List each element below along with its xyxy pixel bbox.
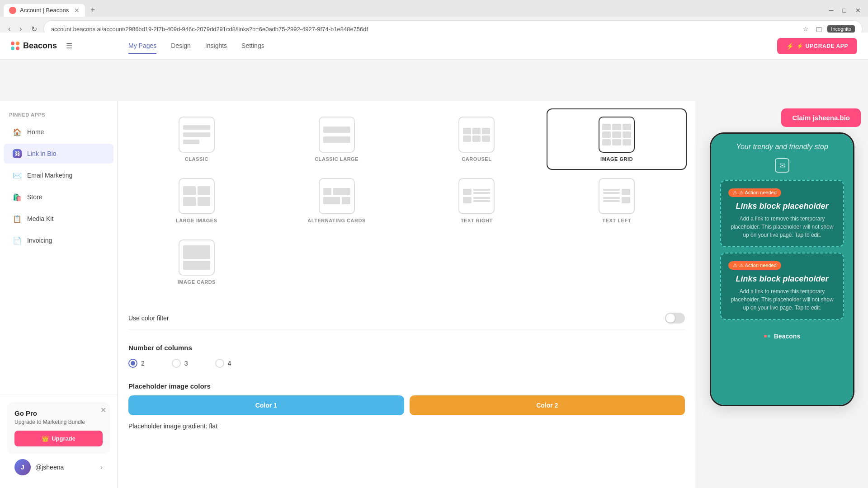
radio-4[interactable] — [215, 359, 224, 368]
warning-icon-2: ⚠ — [733, 263, 737, 268]
text-left-icon — [599, 178, 635, 214]
toggle-knob — [666, 314, 675, 323]
color-filter-label: Use color filter — [128, 314, 169, 322]
card1-title: Links block placeholder — [728, 202, 836, 211]
b1 — [463, 189, 472, 195]
alternating-cards-label: ALTERNATING CARDS — [307, 218, 366, 223]
b1 — [602, 124, 611, 130]
large-images-icon — [179, 178, 215, 214]
upgrade-label: ⚡ UPGRADE APP — [797, 43, 848, 49]
main-panel: CLASSIC CLASSIC LARGE — [118, 101, 696, 488]
columns-option-4[interactable]: 4 — [215, 359, 231, 368]
sidebar-item-link-in-bio[interactable]: ⛓ Link in Bio — [4, 144, 113, 164]
layout-option-image-grid[interactable]: IMAGE GRID — [547, 108, 687, 170]
b1 — [183, 245, 210, 259]
sidebar-item-email-marketing[interactable]: ✉️ Email Marketing — [4, 165, 113, 185]
upgrade-app-btn[interactable]: ⚡ ⚡ UPGRADE APP — [777, 42, 857, 54]
b1 — [323, 188, 332, 195]
placeholder-card-1[interactable]: ⚠ ⚠ Action needed Links block placeholde… — [720, 180, 844, 247]
tab-insights[interactable]: Insights — [205, 42, 227, 54]
logo-dot-1 — [11, 42, 14, 45]
logo-text: Beacons — [23, 42, 57, 51]
line3 — [183, 140, 199, 144]
go-pro-desc: Upgrade to Marketing Bundle — [14, 419, 103, 425]
incognito-badge: Incognito — [827, 25, 855, 33]
minimize-btn[interactable]: ─ — [826, 5, 837, 16]
tab-my-pages[interactable]: My Pages — [128, 42, 156, 54]
text-right-icon — [458, 178, 495, 214]
layout-option-image-cards[interactable]: IMAGE CARDS — [127, 231, 267, 293]
b8 — [612, 139, 621, 145]
columns-section: Number of columns 2 3 4 — [118, 337, 696, 375]
main-content: PINNED APPS 🏠 Home ⛓ Link in Bio ✉️ Emai… — [0, 101, 868, 488]
media-kit-icon: 📋 — [13, 214, 22, 223]
go-pro-close-btn[interactable]: ✕ — [100, 406, 106, 414]
layout-option-alternating-cards[interactable]: ALTERNATING CARDS — [267, 170, 407, 231]
b4 — [342, 197, 350, 204]
app-layout: Beacons ☰ My Pages Design Insights Setti… — [0, 42, 868, 488]
b2 — [333, 188, 350, 195]
radio-2-label: 2 — [141, 360, 145, 367]
upgrade-sidebar-btn[interactable]: 👑 Upgrade — [14, 431, 103, 446]
columns-option-3[interactable]: 3 — [172, 359, 188, 368]
radio-4-label: 4 — [228, 360, 231, 367]
layout-option-text-right[interactable]: TEXT RIGHT — [407, 170, 547, 231]
layout-option-text-left[interactable]: TEXT LEFT — [547, 170, 687, 231]
layout-option-classic[interactable]: CLASSIC — [127, 108, 267, 170]
logo-dot-2 — [16, 42, 19, 45]
tab-close-btn[interactable]: ✕ — [74, 7, 80, 14]
claim-btn[interactable]: Claim jsheena.bio — [781, 108, 861, 127]
layout-option-classic-large[interactable]: CLASSIC LARGE — [267, 108, 407, 170]
beacons-footer: Beacons — [720, 325, 844, 347]
sidebar-media-kit-label: Media Kit — [27, 215, 53, 222]
sidebar-link-in-bio-label: Link in Bio — [27, 150, 57, 157]
line2 — [323, 136, 350, 143]
tab-settings[interactable]: Settings — [241, 42, 264, 54]
invoicing-icon: 📄 — [13, 236, 22, 245]
go-pro-title: Go Pro — [14, 409, 103, 417]
color-filter-toggle[interactable] — [665, 313, 685, 324]
menu-icon[interactable]: ☰ — [66, 42, 72, 50]
image-grid-icon — [599, 117, 635, 153]
new-tab-btn[interactable]: + — [87, 4, 99, 17]
window-close-btn[interactable]: ✕ — [852, 5, 864, 16]
carousel-label: CAROUSEL — [462, 156, 491, 162]
color2-btn[interactable]: Color 2 — [410, 395, 685, 415]
b4 — [198, 197, 210, 206]
upgrade-sidebar-label: Upgrade — [52, 435, 75, 442]
sidebar-item-media-kit[interactable]: 📋 Media Kit — [4, 209, 113, 229]
placeholder-card-2[interactable]: ⚠ ⚠ Action needed Links block placeholde… — [720, 253, 844, 320]
browser-tab[interactable]: Account | Beacons ✕ — [4, 4, 85, 17]
b3 — [183, 197, 196, 206]
b2 — [473, 189, 490, 195]
action-badge-2-text: ⚠ Action needed — [739, 263, 777, 268]
radio-2[interactable] — [128, 359, 137, 368]
radio-3[interactable] — [172, 359, 181, 368]
columns-option-2[interactable]: 2 — [128, 359, 145, 368]
phone-inner: Your trendy and friendly stop ✉ ⚠ ⚠ Acti… — [711, 134, 853, 405]
color1-btn[interactable]: Color 1 — [128, 395, 404, 415]
logo-area: Beacons ☰ — [11, 42, 128, 51]
sidebar-item-store[interactable]: 🛍️ Store — [4, 187, 113, 207]
top-nav-wrapper: Beacons ☰ My Pages Design Insights Setti… — [0, 42, 868, 60]
tab-design[interactable]: Design — [171, 42, 191, 54]
sidebar-item-home[interactable]: 🏠 Home — [4, 122, 113, 142]
b4 — [473, 197, 490, 203]
link-in-bio-icon: ⛓ — [13, 149, 22, 158]
image-grid-label: IMAGE GRID — [600, 156, 633, 162]
user-row[interactable]: J @jsheena › — [7, 454, 110, 481]
layout-option-large-images[interactable]: LARGE IMAGES — [127, 170, 267, 231]
email-icon: ✉ — [775, 158, 789, 173]
classic-large-icon — [319, 117, 355, 153]
classic-label: CLASSIC — [185, 156, 208, 162]
image-cards-icon — [179, 239, 215, 276]
classic-icon — [179, 117, 215, 153]
card2-desc: Add a link to remove this temporary plac… — [728, 287, 836, 312]
settings-section: Use color filter — [118, 300, 696, 337]
layout-option-carousel[interactable]: CAROUSEL — [407, 108, 547, 170]
top-nav: Beacons ☰ My Pages Design Insights Setti… — [0, 42, 868, 60]
b1 — [463, 128, 471, 134]
sidebar-item-invoicing[interactable]: 📄 Invoicing — [4, 230, 113, 250]
maximize-btn[interactable]: □ — [839, 5, 850, 16]
b1 — [603, 189, 620, 195]
